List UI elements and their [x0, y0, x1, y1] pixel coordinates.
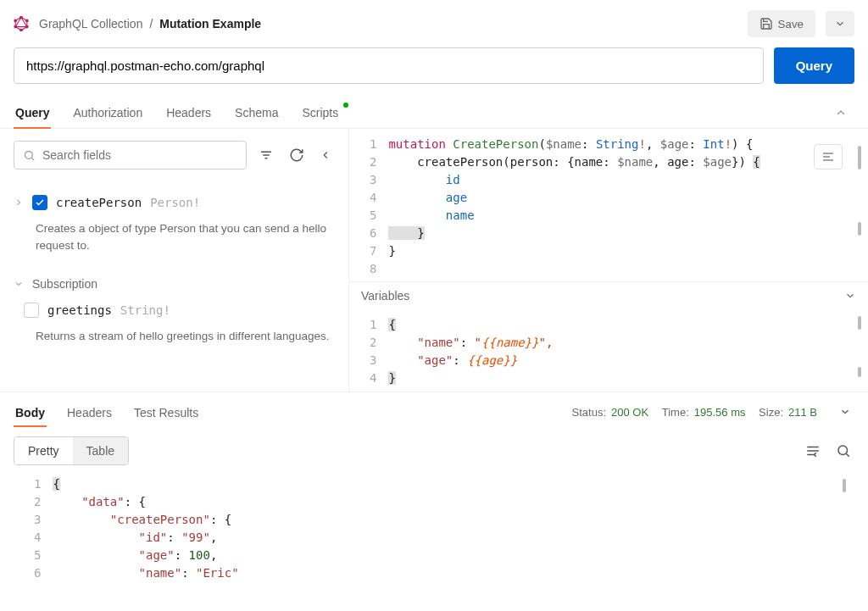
response-tab-test-results[interactable]: Test Results — [132, 397, 200, 426]
svg-line-16 — [846, 453, 849, 456]
graphql-logo-icon — [14, 16, 29, 31]
svg-line-8 — [31, 158, 34, 160]
scrollbar[interactable] — [843, 479, 846, 492]
wrap-lines-icon[interactable] — [802, 440, 824, 462]
response-status: Status: 200 OK Time: 195.56 ms Size: 211… — [572, 406, 817, 419]
subscription-section[interactable]: Subscription — [14, 265, 335, 296]
svg-point-4 — [20, 29, 23, 31]
chevron-down-icon — [844, 290, 856, 302]
field-greetings-desc: Returns a stream of hello greetings in d… — [14, 325, 335, 355]
tab-schema[interactable]: Schema — [233, 97, 280, 128]
save-dropdown-button[interactable] — [826, 11, 854, 36]
save-icon — [760, 17, 773, 31]
search-fields-input[interactable] — [42, 148, 237, 162]
scrollbar[interactable] — [858, 316, 861, 330]
response-expand-icon[interactable] — [836, 403, 854, 421]
filter-icon[interactable] — [255, 144, 277, 166]
response-body-editor[interactable]: 123456 { "data": { "createPerson": { "id… — [0, 475, 868, 589]
field-greetings-type: String! — [120, 303, 170, 317]
scrollbar[interactable] — [858, 222, 861, 236]
response-body-code: { "data": { "createPerson": { "id": "99"… — [53, 475, 868, 582]
view-table-tab[interactable]: Table — [73, 437, 128, 464]
refresh-icon[interactable] — [286, 144, 308, 166]
svg-point-15 — [838, 446, 848, 455]
svg-point-2 — [26, 19, 29, 22]
tab-query[interactable]: Query — [14, 97, 51, 128]
tab-headers[interactable]: Headers — [164, 97, 213, 128]
scripts-indicator-icon — [343, 103, 348, 108]
query-code[interactable]: mutation CreatePerson($name: String!, $a… — [388, 136, 868, 275]
field-greetings-name[interactable]: greetings — [47, 303, 112, 317]
greetings-checkbox[interactable] — [24, 303, 39, 318]
svg-point-7 — [25, 151, 33, 158]
response-tab-headers[interactable]: Headers — [65, 397, 114, 426]
field-createperson-desc: Creates a object of type Person that you… — [14, 217, 335, 265]
response-tab-body[interactable]: Body — [14, 397, 47, 426]
search-response-icon[interactable] — [832, 440, 854, 462]
breadcrumb-current: Mutation Example — [159, 17, 261, 31]
format-code-button[interactable] — [814, 144, 843, 169]
url-input[interactable] — [14, 47, 764, 84]
expand-createperson-icon[interactable] — [14, 197, 24, 208]
variables-line-numbers: 1234 — [349, 316, 388, 387]
query-editor[interactable]: 12345678 mutation CreatePerson($name: St… — [349, 129, 868, 281]
tab-authorization[interactable]: Authorization — [71, 97, 144, 128]
breadcrumb: GraphQL Collection / Mutation Example — [39, 17, 261, 31]
variables-code[interactable]: { "name": "{{name}}", "age": {{age}} } — [388, 316, 868, 387]
field-createperson-name[interactable]: createPerson — [56, 196, 142, 209]
collapse-sidebar-icon[interactable] — [316, 146, 335, 164]
collapse-button[interactable] — [827, 99, 854, 126]
svg-point-6 — [14, 19, 17, 22]
view-pretty-tab[interactable]: Pretty — [14, 437, 73, 464]
query-button[interactable]: Query — [774, 47, 854, 84]
response-line-numbers: 123456 — [0, 475, 53, 582]
field-createperson-type: Person! — [150, 196, 200, 209]
breadcrumb-collection[interactable]: GraphQL Collection — [39, 17, 142, 31]
search-fields-input-wrapper[interactable] — [14, 141, 247, 169]
chevron-down-icon — [834, 18, 846, 30]
scrollbar[interactable] — [858, 367, 861, 377]
createperson-checkbox[interactable] — [32, 195, 47, 210]
query-line-numbers: 12345678 — [349, 136, 388, 275]
search-icon — [23, 149, 36, 162]
tab-scripts[interactable]: Scripts — [300, 97, 340, 128]
scrollbar[interactable] — [858, 146, 861, 169]
variables-editor[interactable]: 1234 { "name": "{{name}}", "age": {{age}… — [349, 309, 868, 394]
chevron-down-icon — [14, 279, 24, 289]
save-button[interactable]: Save — [748, 10, 815, 37]
variables-header[interactable]: Variables — [349, 281, 868, 309]
